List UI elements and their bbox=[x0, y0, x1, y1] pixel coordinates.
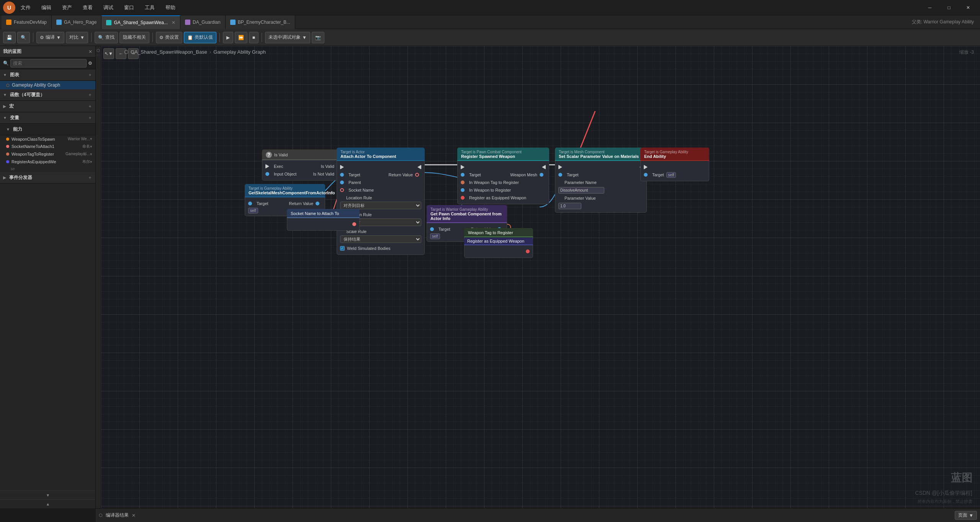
pin-attach-target[interactable]: Target Return Value bbox=[337, 171, 424, 179]
gear-icon[interactable]: ⚙ bbox=[88, 61, 92, 66]
scale-rule-select[interactable]: 保持结果 bbox=[340, 235, 421, 243]
register-weaponmesh-pin[interactable] bbox=[540, 173, 543, 177]
param-name-input[interactable] bbox=[558, 187, 604, 194]
section-events[interactable]: ▶ 事件分发器 ＋ bbox=[0, 172, 95, 184]
node-socket-name[interactable]: Socket Name to Attach To bbox=[287, 209, 360, 231]
node-set-scalar[interactable]: Target is Mesh Component Set Scalar Para… bbox=[555, 148, 647, 213]
pin-set-scalar-exec[interactable] bbox=[555, 163, 646, 171]
pin-get-skeletal-target-pin[interactable] bbox=[248, 202, 252, 205]
menu-tools[interactable]: 工具 bbox=[142, 3, 157, 13]
register-weapon-tag-pin[interactable] bbox=[461, 181, 465, 184]
menu-debug[interactable]: 调试 bbox=[101, 3, 116, 13]
macros-add-button[interactable]: ＋ bbox=[88, 103, 92, 110]
page-dropdown[interactable]: 页面 ▼ bbox=[955, 511, 977, 520]
nav-mode-button[interactable]: ↖ ▼ bbox=[103, 48, 114, 59]
stop-button[interactable]: ■ bbox=[249, 32, 258, 43]
node-end-ability[interactable]: Target is Gameplay Ability End Ability T… bbox=[640, 148, 709, 181]
menu-view[interactable]: 查看 bbox=[80, 3, 95, 13]
search-input[interactable] bbox=[10, 59, 87, 67]
graph-area[interactable]: ↖ ▼ ← → ⬡ GA_Shared_SpawnWeapon_Base › G… bbox=[101, 46, 980, 508]
tab-rage[interactable]: GA_Hero_Rage bbox=[52, 15, 101, 29]
tab-guardian[interactable]: DA_Guardian bbox=[180, 15, 226, 29]
pin-set-scalar-param-name[interactable]: Parameter Name bbox=[555, 179, 646, 186]
pin-socket-output[interactable] bbox=[287, 220, 359, 228]
pin-get-skeletal-return-pin[interactable] bbox=[316, 202, 319, 205]
section-ability[interactable]: ▼ 能力 bbox=[0, 124, 95, 135]
play-button[interactable]: ▶ bbox=[223, 32, 233, 43]
variables-add-button[interactable]: ＋ bbox=[88, 115, 92, 121]
functions-add-button[interactable]: ＋ bbox=[88, 92, 92, 98]
var-weapon-tag[interactable]: WeaponTagToRegister Gameplay标... ▾ bbox=[0, 150, 95, 158]
minimize-button[interactable]: ─ bbox=[921, 2, 939, 14]
section-graph[interactable]: ▼ 图表 ＋ bbox=[0, 69, 95, 81]
var-socket-name[interactable]: SocketNameToAttach1 命名 ▾ bbox=[0, 143, 95, 150]
graph-item-gameplay[interactable]: ⬡ Gameplay Ability Graph bbox=[0, 81, 95, 89]
pin-register-weapon-tag[interactable]: In Weapon Tag to Register bbox=[458, 179, 549, 186]
tab-feature[interactable]: FeatureDevMap bbox=[2, 15, 52, 29]
pin-attach-weld[interactable]: ✓ Weld Simulated Bodies bbox=[337, 245, 424, 252]
register-equipped-output-pin[interactable] bbox=[526, 250, 530, 253]
pin-register-equipped-output[interactable] bbox=[465, 248, 533, 255]
pin-get-skeletal-target[interactable]: Target Return Value bbox=[245, 200, 325, 207]
compile-dropdown[interactable]: ▼ bbox=[56, 35, 61, 40]
panel-expand-bottom[interactable]: ▴ bbox=[0, 499, 95, 508]
attach-exec-out[interactable] bbox=[417, 165, 421, 169]
close-button[interactable]: ✕ bbox=[959, 2, 977, 14]
pin-end-target[interactable]: Target self bbox=[641, 171, 709, 179]
step-button[interactable]: ⏩ bbox=[235, 32, 247, 43]
pin-attach-location[interactable]: Location Rule bbox=[337, 194, 424, 202]
hide-unrelated-button[interactable]: 隐藏不相关 bbox=[119, 32, 149, 43]
pin-attach-exec[interactable] bbox=[337, 163, 424, 171]
tab-close-spawn[interactable]: ✕ bbox=[172, 20, 175, 25]
menu-edit[interactable]: 编辑 bbox=[39, 3, 54, 13]
pin-register-weapon[interactable]: In Weapon to Register bbox=[458, 186, 549, 194]
browse-button[interactable]: 🔍 bbox=[17, 32, 30, 43]
attach-return-pin[interactable] bbox=[415, 173, 419, 177]
pin-register-equipped[interactable]: Register as Equipped Weapon bbox=[458, 194, 549, 202]
class-defaults-button[interactable]: 📋 类默认值 bbox=[184, 32, 216, 43]
debug-target-dropdown[interactable]: ▼ bbox=[302, 35, 307, 40]
tab-enemy[interactable]: BP_EnemyCharacter_B... bbox=[226, 15, 295, 29]
node-register-equipped-var[interactable]: Register as Equipped Weapon bbox=[464, 238, 533, 258]
weld-checkbox[interactable]: ✓ bbox=[340, 246, 345, 251]
compile-button[interactable]: ⚙ 编译 ▼ bbox=[36, 32, 64, 43]
get-pawn-target-pin[interactable] bbox=[430, 227, 434, 231]
register-exec-out[interactable] bbox=[542, 165, 546, 169]
menu-file[interactable]: 文件 bbox=[18, 3, 33, 13]
set-scalar-target-pin[interactable] bbox=[558, 173, 562, 177]
var-register-equipped[interactable]: RegisterAsEquippedWe 布尔 ▾ bbox=[0, 158, 95, 166]
scale-rule-dropdown[interactable]: 保持结果 bbox=[337, 235, 424, 245]
mode-dropdown[interactable]: ▼ bbox=[108, 51, 113, 56]
section-functions[interactable]: ▼ 函数（4可覆盖） ＋ bbox=[0, 89, 95, 101]
pin-set-scalar-target[interactable]: Target bbox=[555, 171, 646, 179]
bottom-panel-close[interactable]: ✕ bbox=[132, 513, 136, 518]
debug-target-button[interactable]: 未选中调试对象 ▼ bbox=[265, 32, 310, 43]
pin-register-target[interactable]: Target Weapon Mesh bbox=[458, 171, 549, 179]
events-add-button[interactable]: ＋ bbox=[88, 174, 92, 181]
register-weapon-pin[interactable] bbox=[461, 188, 465, 192]
node-attach-actor[interactable]: Target is Actor Attach Actor To Componen… bbox=[337, 148, 425, 255]
pin-end-exec[interactable] bbox=[641, 163, 709, 171]
tab-spawn[interactable]: GA_Shared_SpawnWea... ✕ bbox=[101, 15, 180, 29]
pin-attach-socket[interactable]: Socket Name bbox=[337, 186, 424, 194]
register-target-pin[interactable] bbox=[461, 173, 465, 177]
diff-button[interactable]: 对比 ▼ bbox=[66, 32, 88, 43]
socket-output-pin[interactable] bbox=[352, 222, 356, 226]
var-weapon-class[interactable]: WeaponClassToSpawn Warrior We... ▾ bbox=[0, 135, 95, 143]
set-scalar-exec-in[interactable] bbox=[558, 165, 562, 169]
pin-register-exec[interactable] bbox=[458, 163, 549, 171]
save-button[interactable]: 💾 bbox=[3, 32, 16, 43]
find-button[interactable]: 🔍 查找 bbox=[95, 32, 118, 43]
end-target-pin[interactable] bbox=[644, 173, 648, 177]
pin-attach-parent[interactable]: Parent bbox=[337, 179, 424, 186]
register-equipped-pin[interactable] bbox=[461, 196, 465, 200]
register-exec-in[interactable] bbox=[461, 165, 465, 169]
diff-dropdown[interactable]: ▼ bbox=[80, 35, 85, 40]
section-variables[interactable]: ▼ 变量 ＋ bbox=[0, 112, 95, 124]
left-panel-close[interactable]: ✕ bbox=[88, 49, 92, 54]
pin-input-object[interactable]: Input Object Is Not Valid bbox=[262, 170, 346, 178]
attach-socket-pin[interactable] bbox=[340, 188, 344, 192]
class-settings-button[interactable]: ⚙ 类设置 bbox=[156, 32, 182, 43]
breadcrumb-path-1[interactable]: GA_Shared_SpawnWeapon_Base bbox=[131, 49, 207, 55]
panel-collapse-bottom[interactable]: ▾ bbox=[0, 491, 95, 499]
